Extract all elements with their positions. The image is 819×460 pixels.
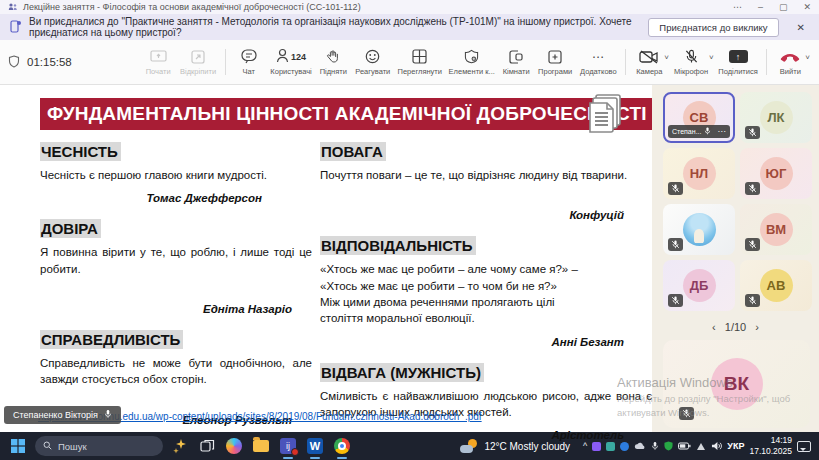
smiley-icon xyxy=(365,48,380,65)
window-minimize-button[interactable]: – xyxy=(758,2,763,12)
documents-stack-icon xyxy=(586,91,632,141)
section-quote: Чесність є першою главою книги мудрості. xyxy=(40,167,312,183)
participant-tile-featured[interactable]: ВК xyxy=(663,340,810,428)
unpin-button[interactable]: Відкріпити xyxy=(176,48,220,76)
avatar-photo xyxy=(683,213,716,246)
rooms-button[interactable]: Кімнати xyxy=(498,48,534,76)
running-indicator xyxy=(310,457,320,459)
network-icon[interactable] xyxy=(696,442,706,451)
tray-chevron-icon[interactable]: ^ xyxy=(583,441,587,451)
onedrive-icon[interactable] xyxy=(634,442,646,450)
participant-tile-active[interactable]: СВ Степан... ⋯ xyxy=(663,92,735,143)
notification-center-icon[interactable] xyxy=(797,441,811,452)
tile-more-icon[interactable]: ⋯ xyxy=(718,127,727,136)
tray-app-icon[interactable] xyxy=(606,442,615,451)
running-indicator xyxy=(337,457,347,459)
meeting-elements-button[interactable]: Елементи к... xyxy=(445,48,498,76)
language-indicator[interactable]: УКР xyxy=(727,441,744,451)
section-author: Арістотель xyxy=(320,429,652,441)
more-options-button[interactable]: ⋯ Додатково xyxy=(576,48,620,76)
unpin-label: Відкріпити xyxy=(180,67,216,76)
more-options-label: Додатково xyxy=(580,67,617,76)
participant-tile[interactable]: НЛ xyxy=(663,148,735,199)
share-start-button[interactable]: Почати xyxy=(140,48,176,76)
copilot-app-icon[interactable] xyxy=(224,436,244,456)
banner-close-icon[interactable]: ✕ xyxy=(797,22,805,33)
window-title: Лекційне заняття - Філософія та основи а… xyxy=(23,2,361,12)
participant-tile[interactable]: ЛК xyxy=(740,92,812,143)
mic-label: Мікрофон xyxy=(674,67,708,76)
copilot-sparkle-icon[interactable] xyxy=(170,436,190,456)
view-button[interactable]: Переглянути xyxy=(394,48,445,76)
start-button[interactable] xyxy=(8,436,28,456)
volume-icon[interactable] xyxy=(711,441,722,451)
chrome-taskbar-icon[interactable] xyxy=(332,436,352,456)
meeting-toolbar: 01:15:58 Почати Відкріпити Чат 124 Корис… xyxy=(0,40,819,85)
meeting-elements-label: Елементи к... xyxy=(449,67,495,76)
camera-button[interactable]: Камера xyxy=(631,48,667,76)
taskbar-clock[interactable]: 14:19 17.10.2025 xyxy=(749,435,792,456)
window-maximize-button[interactable]: ▢ xyxy=(779,2,788,12)
file-explorer-icon[interactable] xyxy=(251,436,271,456)
mic-muted-icon xyxy=(668,238,683,251)
taskbar-search[interactable]: Пошук xyxy=(35,436,163,456)
shield-icon xyxy=(8,55,20,70)
presenter-name-pill: Степаненко Вікторія xyxy=(4,406,121,424)
screen-share-icon xyxy=(150,48,167,65)
avatar: ВМ xyxy=(760,213,793,246)
search-icon xyxy=(43,441,52,452)
mic-muted-icon xyxy=(668,294,683,307)
device-icon xyxy=(10,20,21,35)
participant-tile[interactable] xyxy=(663,204,735,255)
chat-button[interactable]: Чат xyxy=(231,48,267,76)
raise-hand-button[interactable]: Підняти xyxy=(315,48,351,76)
mic-muted-icon xyxy=(745,182,760,195)
mic-chevron-icon[interactable]: ˅ xyxy=(709,53,714,62)
camera-label: Камера xyxy=(636,67,662,76)
share-start-label: Почати xyxy=(146,67,171,76)
join-call-button[interactable]: Приєднатися до виклику xyxy=(648,18,778,37)
participant-tile[interactable]: ДБ xyxy=(663,260,735,311)
section-heading: ДОВІРА xyxy=(40,220,312,237)
breakout-rooms-icon xyxy=(509,48,523,65)
task-view-icon[interactable] xyxy=(197,436,217,456)
clock-date: 17.10.2025 xyxy=(749,446,792,457)
meeting-timer: 01:15:58 xyxy=(8,55,140,70)
react-button[interactable]: Реагувати xyxy=(351,48,394,76)
pager-next-icon[interactable]: › xyxy=(755,321,759,333)
tray-app-icon[interactable] xyxy=(592,442,601,451)
apps-button[interactable]: Програми xyxy=(534,48,576,76)
security-shield-icon[interactable] xyxy=(664,441,673,451)
participant-tile[interactable]: ВМ xyxy=(740,204,812,255)
battery-icon[interactable] xyxy=(678,442,691,450)
word-taskbar-icon[interactable]: W xyxy=(305,436,325,456)
clock-time: 14:19 xyxy=(749,435,792,446)
bluetooth-icon[interactable] xyxy=(620,442,629,451)
leave-button[interactable]: Вийти xyxy=(772,48,808,76)
section-quote: Почуття поваги – це те, що відрізняє люд… xyxy=(320,167,652,183)
section-quote: Я повинна вірити у те, що роблю, і лише … xyxy=(40,244,312,277)
participant-tile[interactable]: АВ xyxy=(740,260,812,311)
apps-plus-icon xyxy=(548,48,562,65)
camera-chevron-icon[interactable]: ˅ xyxy=(664,53,669,62)
more-dots-icon: ⋯ xyxy=(592,48,605,65)
participants-button[interactable]: 124 Користувачі xyxy=(267,48,315,76)
avatar: ВК xyxy=(711,358,763,410)
mic-button[interactable]: Мікрофон xyxy=(670,48,712,76)
tray-mic-icon[interactable] xyxy=(651,441,659,451)
participant-tile[interactable]: ЮГ xyxy=(740,148,812,199)
teams-taskbar-icon[interactable]: ij xyxy=(278,436,298,456)
leave-chevron-icon[interactable]: ˅ xyxy=(805,53,810,62)
window-more-button[interactable]: ⋯ xyxy=(733,2,742,12)
react-label: Реагувати xyxy=(355,67,390,76)
section-heading: СПРАВЕДЛИВІСТЬ xyxy=(40,331,312,348)
section-heading: ВІДПОВІДАЛЬНІСТЬ xyxy=(320,237,652,254)
share-button[interactable]: ↑ Поділитися xyxy=(715,48,762,76)
participants-count: 124 xyxy=(291,52,306,62)
mic-muted-icon xyxy=(745,238,760,251)
teams-app-icon xyxy=(8,3,17,11)
section-quote: «Хтось же має це робити – але чому саме … xyxy=(320,261,652,326)
banner-text: Ви приєдналися до "Практичне заняття - М… xyxy=(29,16,640,38)
window-close-button[interactable]: ✕ xyxy=(803,2,811,12)
pager-prev-icon[interactable]: ‹ xyxy=(712,321,716,333)
